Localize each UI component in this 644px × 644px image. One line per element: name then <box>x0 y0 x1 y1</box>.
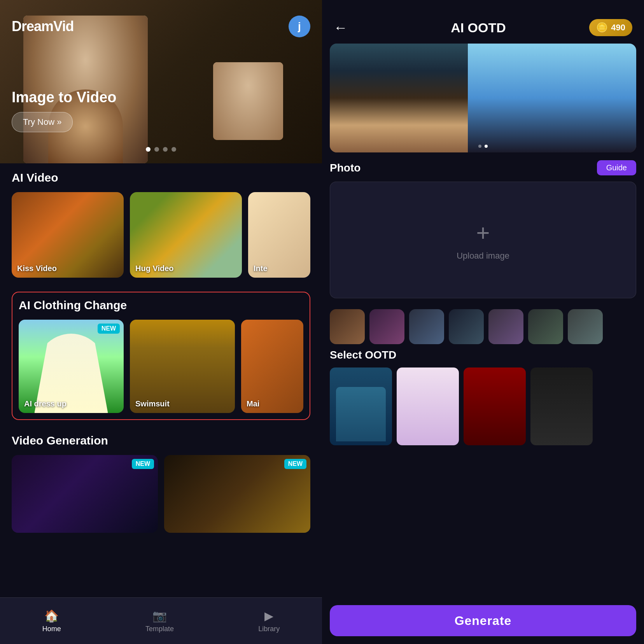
ai-dress-label: AI dress up <box>24 399 66 408</box>
ootd-card-3[interactable] <box>464 368 526 445</box>
ai-clothing-section: AI Clothing Change NEW AI dress up Swims… <box>12 292 310 420</box>
generate-button[interactable]: Generate <box>330 605 636 636</box>
ai-video-title: AI Video <box>12 171 310 184</box>
upload-icon: + <box>476 219 490 246</box>
right-panel: ← AI OOTD 🪙 490 Photo Guide + Upload ima… <box>322 0 644 644</box>
ootd-card-2[interactable] <box>397 368 459 445</box>
coins-value: 490 <box>611 23 625 33</box>
photo-title: Photo <box>330 162 360 174</box>
nav-item-template[interactable]: 📷 Template <box>145 609 174 633</box>
hug-video-card[interactable]: Hug Video <box>130 192 242 278</box>
library-icon: ▶ <box>264 609 273 623</box>
video-gen-title: Video Generation <box>12 434 310 447</box>
ootd-grid <box>330 368 636 445</box>
new-badge-dress: NEW <box>98 324 120 334</box>
nav-item-library[interactable]: ▶ Library <box>258 609 280 633</box>
thumbnail-6[interactable] <box>528 309 563 344</box>
video-gen-grid: NEW NEW <box>12 455 310 533</box>
nav-library-label: Library <box>258 625 280 633</box>
thumbnail-1[interactable] <box>330 309 365 344</box>
back-button[interactable]: ← <box>334 19 348 36</box>
hero-text: Image to Video Try Now » <box>12 89 117 132</box>
right-hero-img-bg <box>330 44 636 152</box>
nav-item-home[interactable]: 🏠 Home <box>42 609 61 633</box>
guide-button[interactable]: Guide <box>597 160 636 175</box>
hug-video-label: Hug Video <box>135 264 174 273</box>
ai-dress-up-card[interactable]: NEW AI dress up <box>19 320 124 413</box>
hero-title: Image to Video <box>12 89 117 106</box>
thumbnail-7[interactable] <box>568 309 603 344</box>
ootd-card-1[interactable] <box>330 368 392 445</box>
left-panel: DreamVid j Image to Video Try Now » AI V… <box>0 0 322 644</box>
mai-label: Mai <box>247 399 259 408</box>
left-header: DreamVid j <box>0 0 322 45</box>
carousel-dot-1[interactable] <box>146 147 150 152</box>
mai-card[interactable]: Mai <box>241 320 303 413</box>
thumbnail-5[interactable] <box>488 309 523 344</box>
thumbnail-2[interactable] <box>369 309 404 344</box>
swimsuit-bg <box>130 320 235 413</box>
thumbnail-4[interactable] <box>449 309 484 344</box>
carousel-dot-2[interactable] <box>154 147 159 152</box>
ootd-card-4[interactable] <box>530 368 593 445</box>
kiss-video-card[interactable]: Kiss Video <box>12 192 124 278</box>
hero-portrait-small <box>213 62 283 140</box>
upload-text: Upload image <box>457 251 509 261</box>
right-hero-image <box>330 44 636 152</box>
photo-header: Photo Guide <box>330 160 636 175</box>
carousel-dot-3[interactable] <box>163 147 168 152</box>
ootd-deco-1 <box>336 387 386 441</box>
ootd-title: Select OOTD <box>330 349 636 361</box>
ai-clothing-title: AI Clothing Change <box>19 299 303 312</box>
upload-area[interactable]: + Upload image <box>330 182 636 298</box>
gen-card-1[interactable]: NEW <box>12 455 158 533</box>
kiss-video-label: Kiss Video <box>17 264 57 273</box>
carousel-dots <box>146 147 176 152</box>
swimsuit-card[interactable]: Swimsuit <box>130 320 235 413</box>
thumbnails-row <box>322 304 644 349</box>
swimsuit-label: Swimsuit <box>135 399 170 408</box>
scroll-content: AI Video Kiss Video Hug Video Inte AI Cl… <box>0 163 322 597</box>
ootd-section: Select OOTD <box>322 349 644 445</box>
carousel-dot-4[interactable] <box>172 147 176 152</box>
inte-video-label: Inte <box>254 264 268 273</box>
home-icon: 🏠 <box>44 609 59 623</box>
new-badge-gen1: NEW <box>132 459 154 469</box>
mai-bg <box>241 320 303 413</box>
nav-template-label: Template <box>145 625 174 633</box>
bottom-nav: 🏠 Home 📷 Template ▶ Library <box>0 597 322 644</box>
thumbnail-3[interactable] <box>409 309 444 344</box>
right-hero-dot-2[interactable] <box>485 145 488 148</box>
avatar-button[interactable]: j <box>289 16 310 37</box>
try-now-button[interactable]: Try Now » <box>12 112 73 132</box>
clothing-grid: NEW AI dress up Swimsuit Mai <box>19 320 303 413</box>
ai-video-grid: Kiss Video Hug Video Inte <box>12 192 310 278</box>
coins-badge: 🪙 490 <box>589 19 632 36</box>
app-logo: DreamVid <box>12 18 74 35</box>
gen-card-2[interactable]: NEW <box>164 455 310 533</box>
right-title: AI OOTD <box>355 20 601 35</box>
inte-video-card[interactable]: Inte <box>248 192 310 278</box>
template-icon: 📷 <box>152 609 167 623</box>
right-hero-dot-1[interactable] <box>478 145 481 148</box>
right-header: ← AI OOTD 🪙 490 <box>322 0 644 44</box>
nav-home-label: Home <box>42 625 61 633</box>
right-hero-dots <box>478 145 488 148</box>
coin-icon: 🪙 <box>596 22 608 33</box>
new-badge-gen2: NEW <box>284 459 306 469</box>
generate-section: Generate <box>322 597 644 644</box>
photo-section: Photo Guide + Upload image <box>322 160 644 304</box>
